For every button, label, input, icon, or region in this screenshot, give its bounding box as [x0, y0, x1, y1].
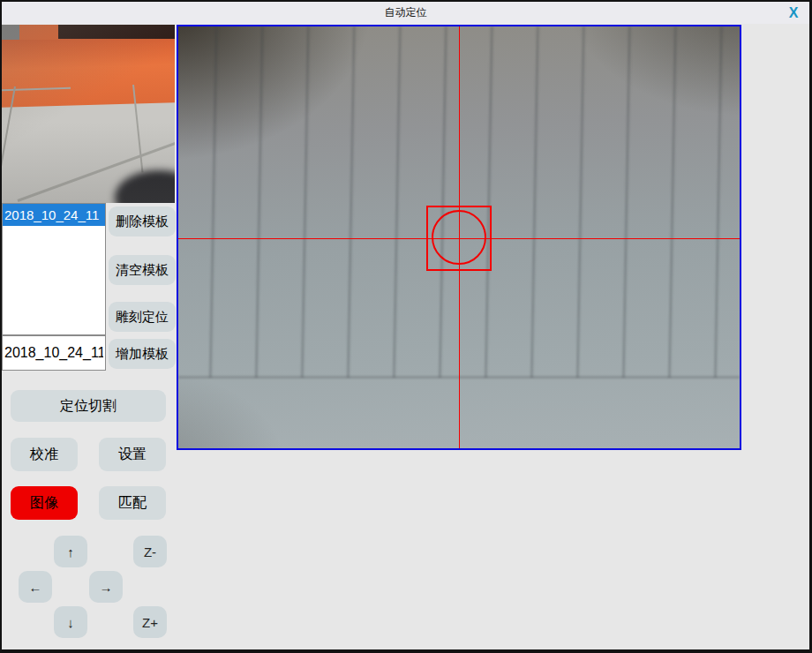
jog-right-button[interactable]: → [89, 571, 123, 603]
template-list[interactable]: 2018_10_24_11 [2, 203, 106, 335]
clear-templates-button[interactable]: 清空模板 [109, 255, 176, 285]
jog-left-button[interactable]: ← [19, 571, 52, 603]
delete-template-button[interactable]: 删除模板 [109, 206, 176, 236]
template-name-input[interactable] [2, 335, 106, 371]
dialog-title: 自动定位 [2, 2, 809, 24]
close-icon[interactable]: X [784, 4, 803, 22]
camera-view[interactable] [177, 25, 741, 450]
target-circle-overlay [432, 210, 486, 265]
position-cut-button[interactable]: 定位切割 [11, 390, 166, 422]
engrave-position-button[interactable]: 雕刻定位 [109, 302, 176, 332]
image-button-active[interactable]: 图像 [11, 486, 78, 520]
jog-z-plus-button[interactable]: Z+ [133, 606, 167, 638]
auto-position-dialog: 自动定位 X 2018_10_24_11 删除模板 清空模板 雕刻定位 增加模板… [0, 0, 812, 653]
add-template-button[interactable]: 增加模板 [109, 339, 176, 369]
jog-z-minus-button[interactable]: Z- [133, 536, 167, 567]
match-button[interactable]: 匹配 [99, 486, 166, 520]
thumb-shading [2, 25, 175, 203]
template-list-item[interactable]: 2018_10_24_11 [3, 204, 105, 226]
jog-down-button[interactable]: ↓ [54, 606, 87, 638]
calibrate-button[interactable]: 校准 [11, 438, 78, 471]
template-preview-image [2, 25, 175, 203]
jog-up-button[interactable]: ↑ [54, 536, 87, 567]
settings-button[interactable]: 设置 [99, 438, 166, 471]
title-bar: 自动定位 X [2, 2, 809, 24]
